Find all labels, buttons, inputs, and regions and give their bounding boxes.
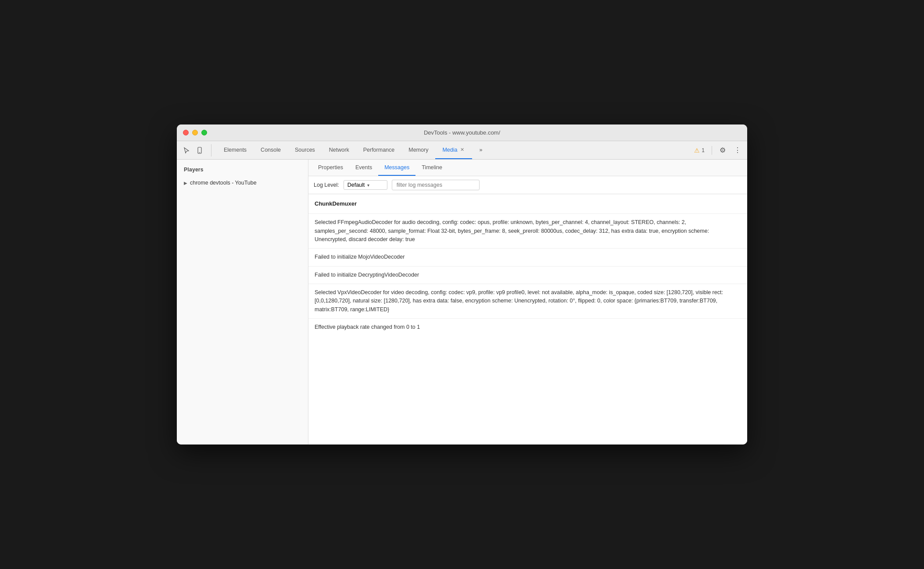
tab-messages[interactable]: Messages <box>378 160 415 176</box>
devtools-toolbar: Elements Console Sources Network Perform… <box>177 141 747 160</box>
tab-events[interactable]: Events <box>349 160 378 176</box>
more-icon: ⋮ <box>734 146 741 154</box>
tab-timeline[interactable]: Timeline <box>415 160 448 176</box>
sidebar: Players ▶ chrome devtools - YouTube <box>177 160 308 445</box>
settings-button[interactable]: ⚙ <box>716 144 729 156</box>
messages-area[interactable]: ChunkDemuxer Selected FFmpegAudioDecoder… <box>308 194 747 445</box>
message-row: ChunkDemuxer <box>308 194 747 214</box>
close-button[interactable] <box>183 130 189 135</box>
message-row: Selected VpxVideoDecoder for video decod… <box>308 284 747 319</box>
tab-media-close[interactable]: ✕ <box>459 146 465 153</box>
message-row: Failed to initialize MojoVideoDecoder <box>308 249 747 266</box>
title-bar: DevTools - www.youtube.com/ <box>177 124 747 141</box>
dropdown-arrow-icon: ▾ <box>367 183 369 188</box>
tab-console[interactable]: Console <box>254 141 288 159</box>
traffic-lights <box>183 130 207 135</box>
devtools-window: DevTools - www.youtube.com/ Elements <box>177 124 747 445</box>
tab-elements[interactable]: Elements <box>217 141 254 159</box>
toolbar-right: ⚠ 1 ⚙ ⋮ <box>691 144 744 156</box>
message-row: Selected FFmpegAudioDecoder for audio de… <box>308 214 747 249</box>
minimize-button[interactable] <box>192 130 198 135</box>
toolbar-separator <box>712 146 712 155</box>
mobile-icon[interactable] <box>193 144 206 156</box>
message-row: Effective playback rate changed from 0 t… <box>308 319 747 336</box>
toolbar-icons <box>180 144 211 156</box>
gear-icon: ⚙ <box>720 146 726 154</box>
tab-properties[interactable]: Properties <box>312 160 349 176</box>
sidebar-header: Players <box>177 164 308 177</box>
tab-overflow[interactable]: » <box>472 141 489 159</box>
main-content: Players ▶ chrome devtools - YouTube Prop… <box>177 160 747 445</box>
tab-media[interactable]: Media ✕ <box>435 141 472 159</box>
panel-tabs: Properties Events Messages Timeline <box>308 160 747 176</box>
maximize-button[interactable] <box>201 130 207 135</box>
window-title: DevTools - www.youtube.com/ <box>424 129 500 136</box>
filter-input[interactable] <box>392 180 480 190</box>
sidebar-item-youtube[interactable]: ▶ chrome devtools - YouTube <box>177 177 308 188</box>
log-controls: Log Level: Default ▾ <box>308 176 747 194</box>
tab-memory[interactable]: Memory <box>401 141 435 159</box>
tab-list: Elements Console Sources Network Perform… <box>217 141 691 159</box>
panel-area: Properties Events Messages Timeline Log … <box>308 160 747 445</box>
tab-sources[interactable]: Sources <box>288 141 322 159</box>
tab-performance[interactable]: Performance <box>356 141 402 159</box>
tab-network[interactable]: Network <box>322 141 356 159</box>
message-row: Failed to initialize DecryptingVideoDeco… <box>308 267 747 284</box>
warning-badge[interactable]: ⚠ 1 <box>691 146 707 155</box>
warning-icon: ⚠ <box>694 147 700 154</box>
log-level-dropdown[interactable]: Default ▾ <box>344 180 387 190</box>
more-button[interactable]: ⋮ <box>731 144 744 156</box>
log-level-label: Log Level: <box>314 182 339 188</box>
cursor-icon[interactable] <box>180 144 193 156</box>
expand-arrow-icon: ▶ <box>184 181 187 185</box>
